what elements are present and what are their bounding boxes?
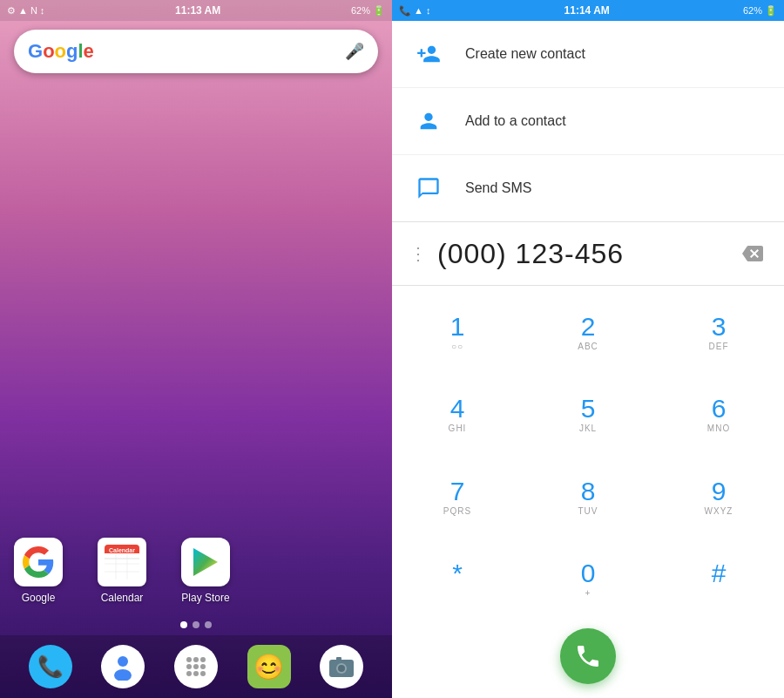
key-8[interactable]: 8 TUV — [523, 457, 653, 539]
google-app-icon — [14, 538, 63, 586]
call-button[interactable] — [560, 628, 616, 684]
dock-phone[interactable]: 📞 — [29, 645, 72, 688]
svg-point-13 — [193, 657, 199, 662]
battery-percent-right: 62% — [743, 5, 762, 16]
battery-icons-left: 62% 🔋 — [351, 5, 385, 17]
battery-icons-right: 62% 🔋 — [743, 5, 777, 17]
key-5[interactable]: 5 JKL — [523, 375, 653, 457]
backspace-button[interactable] — [735, 236, 770, 271]
svg-point-18 — [186, 671, 192, 676]
status-bar-left: ⚙ ▲ N ↕ 11:13 AM 62% 🔋 — [0, 0, 392, 21]
call-button-icon — [574, 642, 602, 670]
key-0-num: 0 — [581, 560, 596, 586]
key-9-num: 9 — [712, 478, 727, 505]
key-7-num: 7 — [450, 478, 465, 505]
phone-status-icon: 📞 — [399, 5, 411, 17]
mic-icon[interactable]: 🎤 — [345, 42, 364, 61]
person-icon — [413, 105, 444, 137]
dock-camera[interactable] — [320, 645, 363, 688]
google-logo: Google — [28, 40, 345, 63]
key-7-letters: PQRS — [443, 506, 471, 518]
key-8-num: 8 — [581, 478, 596, 505]
key-0-letters: + — [585, 588, 591, 600]
dock-launcher[interactable] — [174, 645, 218, 688]
key-3-letters: DEF — [709, 342, 729, 354]
page-dots — [0, 621, 392, 635]
key-1-letters: ○○ — [451, 342, 463, 354]
app-google[interactable]: Google — [14, 538, 63, 604]
app-row: Google Calendar — [14, 538, 230, 604]
dock-messaging[interactable]: 😊 — [247, 645, 291, 688]
google-g2: g — [66, 40, 78, 62]
messaging-icon: 😊 — [253, 653, 284, 681]
phone-icon: 📞 — [37, 654, 64, 679]
key-6-num: 6 — [712, 396, 727, 422]
contacts-icon — [109, 653, 137, 681]
time-right: 11:14 AM — [564, 4, 610, 17]
key-5-letters: JKL — [579, 424, 597, 436]
wifi-status-icon: ▲ — [414, 5, 423, 16]
signal-icon: ↕ — [40, 5, 45, 16]
time-left: 11:13 AM — [175, 4, 220, 17]
key-6[interactable]: 6 MNO — [653, 375, 784, 457]
key-8-letters: TUV — [578, 506, 598, 518]
svg-point-15 — [186, 664, 192, 669]
status-icons-left: ⚙ ▲ N ↕ — [7, 5, 44, 17]
add-to-contact-item[interactable]: Add to a contact — [392, 88, 784, 155]
send-sms-item[interactable]: Send SMS — [392, 155, 784, 221]
google-app-label: Google — [22, 592, 56, 604]
key-7[interactable]: 7 PQRS — [392, 457, 523, 539]
person-add-icon — [413, 38, 444, 70]
number-display: ⋮ (000) 123-456 — [392, 222, 784, 286]
key-2[interactable]: 2 ABC — [523, 293, 653, 375]
status-bar-right: 📞 ▲ ↕ 11:14 AM 62% 🔋 — [392, 0, 784, 21]
svg-point-20 — [200, 671, 206, 676]
app-play-store[interactable]: Play Store — [181, 538, 230, 604]
calendar-app-label: Calendar — [101, 592, 144, 604]
page-dot-2 — [193, 621, 199, 628]
nfc-icon: N — [30, 5, 37, 16]
key-star[interactable]: * — [392, 539, 523, 621]
svg-point-10 — [118, 656, 128, 667]
dock-contacts[interactable] — [101, 645, 145, 688]
key-9[interactable]: 9 WXYZ — [653, 457, 784, 539]
create-contact-label: Create new contact — [465, 46, 585, 62]
home-screen: ⚙ ▲ N ↕ 11:13 AM 62% 🔋 Google 🎤 — [0, 0, 392, 698]
key-3[interactable]: 3 DEF — [653, 293, 784, 375]
svg-point-23 — [338, 665, 345, 672]
play-store-app-icon — [181, 538, 230, 586]
app-calendar[interactable]: Calendar Calendar — [98, 538, 146, 604]
wifi-icon: ▲ — [18, 5, 28, 16]
svg-rect-24 — [336, 657, 341, 661]
status-icons-right: 📞 ▲ ↕ — [399, 5, 430, 17]
google-o2: o — [55, 40, 66, 62]
create-contact-item[interactable]: Create new contact — [392, 21, 784, 88]
svg-point-11 — [114, 669, 132, 681]
google-o1: o — [43, 40, 54, 62]
key-0[interactable]: 0 + — [523, 539, 653, 621]
key-2-num: 2 — [581, 314, 596, 340]
bottom-dock: 📞 😊 — [0, 635, 392, 698]
message-icon — [413, 173, 444, 204]
launcher-icon — [184, 654, 208, 679]
key-star-num: * — [452, 560, 463, 586]
svg-text:Calendar: Calendar — [109, 547, 135, 553]
page-dot-3 — [205, 621, 212, 628]
key-4[interactable]: 4 GHI — [392, 375, 523, 457]
send-sms-label: Send SMS — [465, 180, 531, 196]
phone-number-display: (000) 123-456 — [437, 238, 728, 270]
key-1[interactable]: 1 ○○ — [392, 293, 523, 375]
key-hash[interactable]: # — [653, 539, 784, 621]
calendar-app-icon: Calendar — [98, 538, 146, 586]
google-search-bar[interactable]: Google 🎤 — [14, 30, 378, 73]
more-options-icon[interactable]: ⋮ — [406, 240, 430, 268]
svg-point-19 — [193, 671, 199, 676]
key-9-letters: WXYZ — [705, 506, 733, 518]
svg-point-14 — [200, 657, 206, 662]
key-4-num: 4 — [450, 396, 465, 422]
signal-status-icon: ↕ — [426, 5, 431, 16]
svg-point-17 — [200, 664, 206, 669]
app-grid: Google Calendar — [0, 82, 392, 621]
key-5-num: 5 — [581, 396, 596, 422]
dialer: ⋮ (000) 123-456 1 ○○ 2 ABC 3 DEF — [392, 222, 784, 698]
